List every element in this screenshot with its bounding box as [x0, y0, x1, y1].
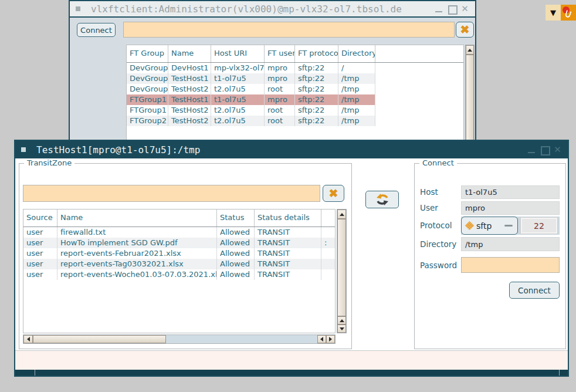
- cell-host-uri: t1-ol7u5: [211, 94, 265, 105]
- column-header-status-details[interactable]: Status details: [255, 209, 321, 227]
- password-field[interactable]: [461, 257, 560, 273]
- table-row[interactable]: FTGroup2 TestHost2 t2.ol7u5 root sftp:22…: [127, 116, 375, 126]
- cell-ft-user: mpro: [265, 73, 295, 84]
- cell-host-uri: t1-ol7u5: [211, 73, 265, 84]
- column-header-status[interactable]: Status: [217, 209, 255, 227]
- cell-status-details: TRANSIT: [255, 227, 321, 238]
- vertical-scrollbar[interactable]: [465, 45, 475, 144]
- cell-ft-group: FTGroup1: [127, 105, 168, 116]
- transit-filter-input[interactable]: [23, 185, 320, 202]
- scroll-left-button[interactable]: [317, 335, 326, 343]
- refresh-button[interactable]: [365, 191, 399, 208]
- hosts-table-header[interactable]: FT Group Name Host URI FT user FT protoc…: [127, 45, 463, 63]
- table-row[interactable]: user firewalld.txt Allowed TRANSIT: [23, 227, 335, 238]
- table-row[interactable]: user HowTo implement SGD GW.pdf Allowed …: [23, 238, 335, 248]
- arrow-up-icon: [340, 213, 344, 216]
- cell-ft-protocol: sftp:22: [295, 63, 338, 73]
- user-field[interactable]: [461, 201, 560, 215]
- clear-transit-filter-button[interactable]: ✖: [323, 185, 344, 202]
- cell-name: HowTo implement SGD GW.pdf: [57, 238, 217, 248]
- cell-ft-group: FTGroup2: [127, 116, 168, 126]
- scrollbar-thumb[interactable]: [33, 335, 166, 343]
- column-header-ft-protocol[interactable]: FT protocol: [295, 45, 338, 62]
- system-tray: ▼: [545, 5, 576, 21]
- column-header-ft-user[interactable]: FT user: [265, 45, 295, 62]
- bg-window-title: vlxftclient:Administrator(vlx000)@mp-vlx…: [91, 4, 402, 15]
- table-row[interactable]: user report-events-Februar2021.xlsx Allo…: [23, 248, 335, 259]
- host-field[interactable]: [461, 185, 560, 199]
- port-field[interactable]: [521, 218, 557, 234]
- directory-field[interactable]: [461, 237, 560, 251]
- scroll-right-button[interactable]: [326, 335, 335, 343]
- window-menu-icon[interactable]: [21, 147, 26, 152]
- cell-name: DevHost1: [168, 63, 211, 73]
- tray-notification-button[interactable]: [561, 5, 576, 21]
- cell-host-uri: mp-vlx32-ol7: [211, 63, 265, 73]
- clear-filter-button[interactable]: ✖: [456, 22, 474, 38]
- arrow-right-icon: [329, 337, 332, 342]
- filter-input[interactable]: [123, 22, 455, 38]
- dropdown-indicator-icon: [504, 225, 513, 227]
- maximize-icon[interactable]: [540, 146, 549, 154]
- cell-directory: /tmp: [338, 105, 375, 116]
- scroll-left-button[interactable]: [23, 335, 33, 343]
- fg-window-titlebar[interactable]: TestHost1[mpro@t1-ol7u5]:/tmp ✕: [15, 141, 568, 158]
- transit-zone-group: TransitZone ✖ Source Name Status Status …: [19, 163, 352, 349]
- protocol-dropdown[interactable]: sftp: [461, 217, 518, 235]
- cell-clipped: [321, 248, 335, 259]
- vertical-scrollbar[interactable]: [337, 209, 347, 333]
- column-header-clipped: [321, 209, 335, 227]
- scroll-up-button[interactable]: [337, 316, 346, 325]
- scrollbar-track[interactable]: [166, 335, 317, 343]
- scroll-up-button[interactable]: [337, 209, 346, 219]
- column-header-empty: [375, 45, 463, 62]
- scroll-up-button[interactable]: [466, 45, 474, 55]
- cell-status-details: TRANSIT: [255, 248, 321, 259]
- scroll-down-button[interactable]: [337, 325, 346, 333]
- table-row[interactable]: user report-events-Tag03032021.xlsx Allo…: [23, 259, 335, 269]
- connect-button[interactable]: Connect: [509, 282, 560, 299]
- cell-clipped: [321, 269, 335, 280]
- minimize-icon[interactable]: [527, 146, 536, 154]
- transit-table-header[interactable]: Source Name Status Status details: [23, 209, 335, 227]
- cell-directory: /tmp: [338, 94, 375, 105]
- table-row-selected[interactable]: FTGroup1 TestHost1 t1-ol7u5 mpro sftp:22…: [127, 94, 375, 105]
- status-bar-resize-grip[interactable]: [560, 370, 568, 376]
- cell-ft-group: FTGroup1: [127, 94, 168, 105]
- cell-clipped: :: [321, 238, 335, 248]
- password-label: Password: [420, 261, 457, 270]
- column-header-source[interactable]: Source: [23, 209, 57, 227]
- horizontal-scrollbar[interactable]: [23, 334, 336, 344]
- close-icon[interactable]: ✕: [553, 146, 562, 154]
- minimize-icon[interactable]: [435, 5, 443, 13]
- maximize-icon[interactable]: [448, 5, 456, 13]
- column-header-directory[interactable]: Directory: [338, 45, 375, 62]
- window-menu-icon[interactable]: [76, 6, 80, 11]
- close-icon[interactable]: ✕: [460, 5, 469, 13]
- cell-ft-protocol: sftp:22: [295, 73, 338, 84]
- cell-name: TestHost2: [168, 84, 211, 94]
- cell-source: user: [23, 269, 57, 280]
- tray-dropdown-button[interactable]: ▼: [545, 5, 561, 21]
- bg-window-titlebar[interactable]: vlxftclient:Administrator(vlx000)@mp-vlx…: [70, 1, 475, 18]
- transit-zone-legend: TransitZone: [24, 158, 74, 167]
- table-row[interactable]: DevGroup TestHost2 t2.ol7u5 root sftp:22…: [127, 84, 375, 94]
- refresh-icon: [375, 193, 390, 206]
- pointer-icon: [564, 10, 571, 18]
- column-header-host-uri[interactable]: Host URI: [211, 45, 265, 62]
- cell-ft-protocol: sftp:22: [295, 116, 338, 126]
- connect-button[interactable]: Connect: [77, 23, 116, 37]
- scrollbar-thumb[interactable]: [337, 219, 346, 316]
- cell-ft-protocol: sftp:22: [295, 94, 338, 105]
- column-header-name[interactable]: Name: [168, 45, 211, 62]
- table-row[interactable]: FTGroup1 TestHost2 t2.ol7u5 root sftp:22…: [127, 105, 375, 116]
- scrollbar-thumb[interactable]: [466, 55, 474, 144]
- table-row[interactable]: DevGroup TestHost1 t1-ol7u5 mpro sftp:22…: [127, 73, 375, 84]
- column-header-name[interactable]: Name: [57, 209, 217, 227]
- cell-ft-user: mpro: [265, 94, 295, 105]
- cell-name: report-events-Februar2021.xlsx: [57, 248, 217, 259]
- table-row[interactable]: DevGroup DevHost1 mp-vlx32-ol7 mpro sftp…: [127, 63, 375, 73]
- column-header-ft-group[interactable]: FT Group: [127, 45, 168, 62]
- cell-ft-user: root: [265, 84, 295, 94]
- table-row[interactable]: user report-events-Woche01.03-07.03.2021…: [23, 269, 335, 280]
